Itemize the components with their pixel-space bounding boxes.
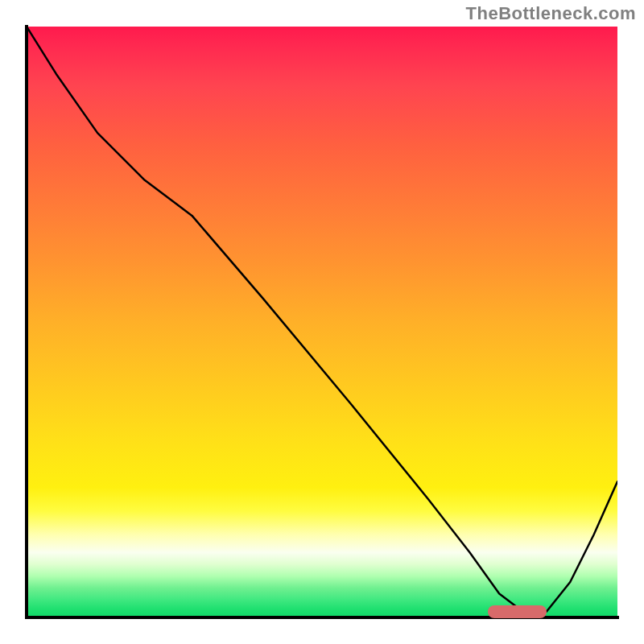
watermark-text: TheBottleneck.com (466, 3, 636, 24)
bottleneck-curve (27, 27, 617, 617)
optimal-range-marker (488, 605, 547, 618)
